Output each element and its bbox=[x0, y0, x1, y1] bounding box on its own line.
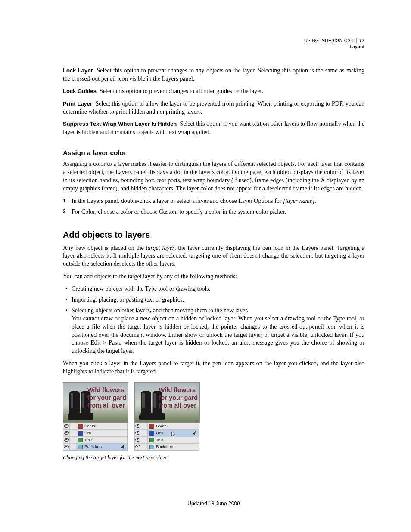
layer-color-swatch bbox=[78, 431, 83, 436]
figure-right: Wild flowers for your gard from all over… bbox=[134, 382, 199, 451]
list-item: Importing, placing, or pasting text or g… bbox=[63, 296, 364, 304]
definition-suppress-wrap: Suppress Text Wrap When Layer Is Hidden … bbox=[63, 120, 364, 137]
add-para-1: Any new object is placed on the target l… bbox=[63, 244, 364, 269]
text: from all over bbox=[87, 402, 125, 409]
note-hidden-locked: You cannot draw or place a new object on… bbox=[72, 315, 364, 355]
text: for your gard bbox=[87, 394, 126, 401]
visibility-icon bbox=[63, 437, 70, 443]
lock-cell bbox=[141, 430, 148, 436]
visibility-icon bbox=[63, 444, 70, 450]
figure-caption: Changing the target layer for the next n… bbox=[63, 454, 364, 461]
term: Lock Guides bbox=[63, 88, 97, 94]
step-1: 1 In the Layers panel, double-click a la… bbox=[63, 197, 364, 205]
lock-cell bbox=[70, 430, 76, 436]
pen-icon bbox=[193, 431, 197, 435]
layer-row: URL bbox=[63, 429, 127, 436]
add-para-3: When you click a layer in the Layers pan… bbox=[63, 360, 364, 376]
visibility-icon bbox=[135, 430, 141, 436]
layer-row: Text bbox=[63, 436, 127, 443]
step-text: For Color, choose a color or choose Cust… bbox=[72, 208, 286, 215]
add-para-2: You can add objects to the target layer … bbox=[63, 273, 364, 281]
layer-name: Text bbox=[84, 437, 127, 443]
layer-color-swatch bbox=[78, 438, 83, 442]
text: from all over bbox=[159, 402, 196, 409]
section-name: Layout bbox=[304, 44, 364, 50]
definition-lock-layer: Lock Layer Select this option to prevent… bbox=[63, 67, 364, 83]
term: Suppress Text Wrap When Layer Is Hidden bbox=[63, 121, 177, 127]
layer-name: Backdrop bbox=[156, 444, 199, 450]
step-text-post: . bbox=[314, 198, 316, 204]
layer-row: Backdrop bbox=[63, 443, 127, 450]
layer-name: URL bbox=[84, 430, 127, 436]
layer-color-swatch bbox=[149, 445, 154, 449]
visibility-icon bbox=[135, 444, 141, 450]
add-methods-list: Creating new objects with the Type tool … bbox=[63, 285, 364, 355]
term-desc: Select this option to prevent changes to… bbox=[100, 88, 263, 94]
term: Lock Layer bbox=[63, 67, 93, 74]
text: Any new object is placed on the bbox=[63, 245, 146, 251]
lock-cell bbox=[141, 423, 148, 429]
preview-headline: Wild flowers for your gard from all over bbox=[87, 386, 126, 409]
step-text: In the Layers panel, double-click a laye… bbox=[72, 198, 283, 204]
visibility-icon bbox=[135, 423, 141, 429]
boot-graphic bbox=[141, 391, 151, 420]
page-number: 77 bbox=[356, 38, 364, 43]
layer-color-swatch bbox=[78, 424, 83, 429]
running-header: USING INDESIGN CS4 77 Layout bbox=[304, 38, 364, 50]
list-item: Creating new objects with the Type tool … bbox=[63, 285, 364, 293]
assign-color-para: Assigning a color to a layer makes it ea… bbox=[63, 160, 364, 193]
visibility-icon bbox=[135, 437, 141, 443]
layer-name: Text bbox=[156, 437, 199, 443]
footer-updated: Updated 18 June 2009 bbox=[63, 500, 364, 507]
text: Wild flowers bbox=[159, 386, 196, 393]
layer-name: Boots bbox=[84, 423, 127, 429]
preview-headline: Wild flowers for your gard from all over bbox=[159, 386, 198, 409]
lock-cell bbox=[141, 444, 148, 450]
layer-row: URL bbox=[135, 429, 199, 436]
layer-row: Text bbox=[135, 436, 199, 443]
layer-name: Backdrop bbox=[84, 444, 121, 450]
visibility-icon bbox=[63, 423, 70, 429]
text: for your gard bbox=[159, 394, 198, 401]
text: Selecting objects on other layers, and t… bbox=[72, 307, 249, 314]
figure-left: Wild flowers for your gard from all over… bbox=[63, 382, 128, 451]
lock-cell bbox=[70, 437, 76, 443]
step-number: 2 bbox=[63, 208, 66, 215]
layer-name: URL bbox=[156, 430, 193, 436]
doc-title: USING INDESIGN CS4 bbox=[304, 38, 353, 43]
heading-add-objects: Add objects to layers bbox=[63, 229, 364, 241]
pen-icon bbox=[121, 445, 125, 449]
visibility-icon bbox=[63, 430, 70, 436]
layer-color-swatch bbox=[78, 445, 83, 449]
step-emph: [layer name] bbox=[283, 198, 315, 204]
lock-cell bbox=[70, 444, 76, 450]
layer-row: Backdrop bbox=[135, 443, 199, 450]
step-2: 2 For Color, choose a color or choose Cu… bbox=[63, 208, 364, 216]
boot-graphic bbox=[69, 391, 80, 420]
assign-color-steps: 1 In the Layers panel, double-click a la… bbox=[63, 197, 364, 216]
layer-color-swatch bbox=[149, 431, 154, 436]
layer-name: Boots bbox=[156, 423, 199, 429]
preview-window: Wild flowers for your gard from all over bbox=[63, 382, 128, 423]
emph-target-layer: target layer bbox=[146, 245, 175, 251]
layers-panel: BootsURLTextBackdrop bbox=[63, 423, 128, 451]
figure-target-layer: Wild flowers for your gard from all over… bbox=[63, 382, 364, 461]
definition-print-layer: Print Layer Select this option to allow … bbox=[63, 100, 364, 116]
list-item: Selecting objects on other layers, and t… bbox=[63, 307, 364, 355]
term-desc: Select this option to allow the layer to… bbox=[63, 100, 364, 115]
layer-row: Boots bbox=[63, 423, 127, 429]
term-desc: Select this option to prevent changes to… bbox=[63, 67, 364, 82]
layer-color-swatch bbox=[149, 424, 154, 429]
lock-cell bbox=[70, 423, 76, 429]
layer-row: Boots bbox=[135, 423, 199, 429]
step-number: 1 bbox=[63, 197, 66, 204]
lock-cell bbox=[141, 437, 148, 443]
definition-lock-guides: Lock Guides Select this option to preven… bbox=[63, 87, 364, 96]
heading-assign-color: Assign a layer color bbox=[63, 149, 364, 158]
preview-window: Wild flowers for your gard from all over bbox=[134, 382, 200, 423]
text: Wild flowers bbox=[87, 386, 124, 393]
layer-color-swatch bbox=[149, 438, 154, 442]
layers-panel: BootsURLTextBackdrop bbox=[134, 423, 199, 451]
term: Print Layer bbox=[63, 100, 92, 107]
